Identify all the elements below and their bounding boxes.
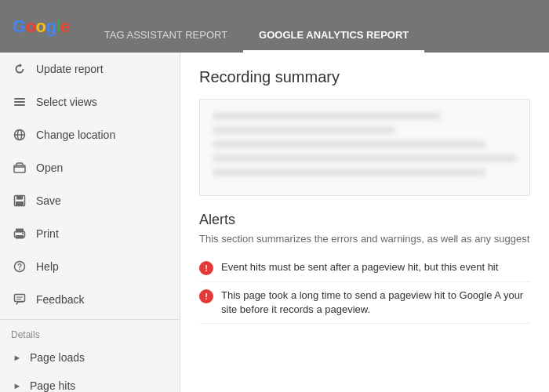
sidebar-label-update-report: Update report <box>36 63 104 75</box>
sidebar-item-change-location[interactable]: Change location <box>0 118 180 151</box>
open-icon <box>11 159 28 176</box>
sidebar-item-update-report[interactable]: Update report <box>0 53 180 85</box>
page-loads-label: Page loads <box>30 351 85 364</box>
alert-error-icon-2: ! <box>199 289 213 303</box>
svg-rect-0 <box>14 98 25 100</box>
blurred-line-3 <box>213 140 486 148</box>
blurred-line-4 <box>213 154 517 162</box>
google-logo: Google <box>13 16 70 37</box>
svg-text:?: ? <box>17 263 22 271</box>
alerts-title: Alerts <box>199 212 530 228</box>
feedback-icon <box>11 291 28 308</box>
page-hits-label: Page hits <box>30 379 75 392</box>
list-icon <box>11 93 28 111</box>
recording-summary-box <box>199 99 530 196</box>
alert-item-1: ! Event hits must be sent after a pagevi… <box>199 254 530 282</box>
chevron-right-icon: ► <box>11 351 24 364</box>
print-icon <box>11 225 28 242</box>
sidebar-label-help: Help <box>36 260 59 273</box>
blurred-line-5 <box>213 169 486 176</box>
sidebar-label-feedback: Feedback <box>36 293 84 306</box>
sidebar-divider <box>0 319 180 320</box>
alerts-section: Alerts This section summarizes the error… <box>199 212 530 324</box>
layout: Update report Select views Change lo <box>0 53 549 392</box>
refresh-icon <box>11 60 28 78</box>
recording-summary-title: Recording summary <box>199 68 530 86</box>
alert-text-2: This page took a long time to send a pag… <box>221 289 530 317</box>
svg-point-13 <box>22 233 24 234</box>
logo-text: Google <box>13 16 70 37</box>
sidebar-label-select-views: Select views <box>36 96 97 108</box>
alert-text-1: Event hits must be sent after a pageview… <box>221 260 530 274</box>
svg-rect-16 <box>15 295 25 302</box>
globe-icon <box>11 126 28 143</box>
details-label: Details <box>0 323 180 343</box>
alert-error-icon-1: ! <box>199 261 213 275</box>
nav-tabs: TAG ASSISTANT REPORT GOOGLE ANALYTICS RE… <box>89 0 424 53</box>
svg-rect-1 <box>14 101 25 103</box>
blurred-line-1 <box>213 112 441 120</box>
sidebar-label-open: Open <box>36 162 63 174</box>
sidebar-label-change-location: Change location <box>36 129 115 141</box>
sidebar-item-print[interactable]: Print <box>0 217 180 250</box>
svg-rect-9 <box>16 201 24 205</box>
svg-rect-8 <box>16 196 23 200</box>
sidebar-item-save[interactable]: Save <box>0 184 180 217</box>
svg-rect-2 <box>14 104 25 106</box>
sidebar-item-page-loads[interactable]: ► Page loads <box>0 343 180 372</box>
tab-google-analytics[interactable]: GOOGLE ANALYTICS REPORT <box>243 0 424 53</box>
chevron-right-icon: ► <box>11 379 24 392</box>
main-content: Recording summary Alerts This section su… <box>180 53 549 392</box>
help-icon: ? <box>11 258 28 275</box>
sidebar-item-select-views[interactable]: Select views <box>0 85 180 118</box>
svg-rect-12 <box>16 235 24 239</box>
blurred-line-2 <box>213 126 395 134</box>
sidebar-item-page-hits[interactable]: ► Page hits <box>0 372 180 392</box>
header: Google TAG ASSISTANT REPORT GOOGLE ANALY… <box>0 0 549 53</box>
tab-tag-assistant[interactable]: TAG ASSISTANT REPORT <box>89 0 243 53</box>
sidebar: Update report Select views Change lo <box>0 53 180 392</box>
sidebar-label-print: Print <box>36 227 59 240</box>
sidebar-item-feedback[interactable]: Feedback <box>0 283 180 316</box>
save-icon <box>11 192 28 209</box>
alerts-description: This section summarizes the errors and w… <box>199 233 530 245</box>
sidebar-label-save: Save <box>36 194 61 207</box>
sidebar-item-open[interactable]: Open <box>0 151 180 184</box>
alert-item-2: ! This page took a long time to send a p… <box>199 282 530 324</box>
sidebar-item-help[interactable]: ? Help <box>0 250 180 283</box>
